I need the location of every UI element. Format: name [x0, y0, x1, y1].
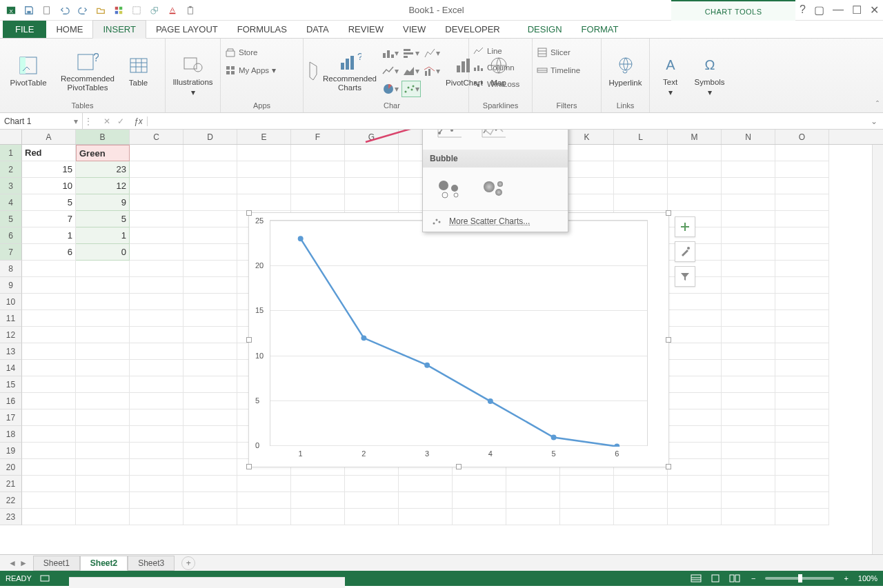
macro-record-icon[interactable] [40, 574, 50, 583]
cell[interactable] [291, 194, 345, 211]
cell[interactable] [775, 244, 829, 261]
row-header[interactable]: 7 [0, 244, 22, 261]
cell[interactable] [22, 261, 76, 277]
cell[interactable] [722, 376, 775, 393]
cell[interactable] [775, 476, 829, 492]
shape-icon[interactable] [146, 2, 163, 19]
cell[interactable] [345, 476, 399, 492]
cell[interactable] [22, 409, 76, 426]
cell[interactable] [775, 327, 829, 343]
cell[interactable] [22, 393, 76, 409]
cell[interactable] [722, 509, 775, 525]
line-chart-icon[interactable]: ▾ [381, 63, 400, 79]
cell[interactable] [668, 509, 722, 525]
row-header[interactable]: 18 [0, 426, 22, 443]
cell[interactable] [183, 492, 237, 509]
cell[interactable] [775, 161, 829, 178]
cell[interactable] [722, 327, 775, 343]
cell[interactable] [291, 509, 345, 525]
cell[interactable]: Red [22, 145, 76, 161]
cell[interactable] [775, 343, 829, 360]
cell[interactable] [22, 443, 76, 459]
excel-icon[interactable]: X [3, 2, 19, 19]
open-icon[interactable] [92, 2, 109, 19]
cell[interactable]: 6 [22, 244, 76, 261]
tab-formulas[interactable]: FORMULAS [228, 21, 297, 38]
cell[interactable] [453, 476, 506, 492]
more-scatter-charts-button[interactable]: More Scatter Charts... [423, 210, 568, 232]
row-header[interactable]: 10 [0, 294, 22, 310]
cell[interactable] [130, 492, 183, 509]
cell[interactable] [668, 492, 722, 509]
cell[interactable] [668, 443, 722, 459]
cell[interactable] [76, 443, 130, 459]
cell[interactable] [775, 492, 829, 509]
row-header[interactable]: 6 [0, 227, 22, 244]
cell[interactable] [668, 343, 722, 360]
row-header[interactable]: 2 [0, 161, 22, 178]
cell[interactable] [345, 492, 399, 509]
cell[interactable] [722, 294, 775, 310]
cell[interactable] [22, 376, 76, 393]
cell[interactable]: 15 [22, 161, 76, 178]
cell[interactable] [130, 360, 183, 376]
cell[interactable] [291, 145, 345, 161]
cell[interactable] [76, 409, 130, 426]
cell[interactable] [130, 211, 183, 227]
cancel-formula-icon[interactable]: ✕ [103, 116, 110, 126]
cell[interactable] [668, 393, 722, 409]
cell[interactable] [22, 310, 76, 327]
cell[interactable] [775, 360, 829, 376]
row-header[interactable]: 4 [0, 194, 22, 211]
cell[interactable] [130, 443, 183, 459]
cell[interactable] [237, 492, 291, 509]
scatter-chart-icon[interactable]: ▾ [401, 81, 421, 97]
sheet-tab[interactable]: Sheet1 [33, 556, 80, 571]
stock-chart-icon[interactable]: ▾ [422, 45, 442, 61]
cell[interactable] [183, 376, 237, 393]
cell[interactable] [775, 310, 829, 327]
cell[interactable] [183, 343, 237, 360]
cell[interactable] [614, 509, 668, 525]
myapps-button[interactable]: My Apps ▾ [225, 63, 276, 77]
cell[interactable] [130, 343, 183, 360]
row-header[interactable]: 21 [0, 476, 22, 492]
text-button[interactable]: A Text▾ [654, 53, 686, 97]
cell[interactable] [130, 294, 183, 310]
cell[interactable] [22, 492, 76, 509]
cell[interactable] [183, 161, 237, 178]
cell[interactable] [130, 244, 183, 261]
cell[interactable] [76, 277, 130, 294]
sheet-nav-prev-icon[interactable]: ◄ [8, 558, 17, 568]
cell[interactable] [775, 393, 829, 409]
cell[interactable] [130, 476, 183, 492]
border-icon[interactable] [128, 2, 145, 19]
undo-icon[interactable] [57, 2, 73, 19]
cell[interactable] [76, 327, 130, 343]
cell[interactable] [237, 178, 291, 194]
cell[interactable] [76, 310, 130, 327]
chart-elements-icon[interactable] [675, 216, 695, 237]
save-icon[interactable] [21, 2, 37, 19]
color-icon[interactable] [110, 2, 127, 19]
new-sheet-button[interactable]: + [181, 556, 195, 570]
cell[interactable] [722, 476, 775, 492]
cell[interactable] [130, 178, 183, 194]
cell[interactable] [291, 492, 345, 509]
cell[interactable] [76, 492, 130, 509]
cell[interactable]: 10 [22, 178, 76, 194]
tab-review[interactable]: REVIEW [339, 21, 393, 38]
tab-developer[interactable]: DEVELOPER [435, 21, 509, 38]
col-header[interactable]: O [775, 130, 829, 144]
cell[interactable] [722, 360, 775, 376]
cell[interactable] [506, 492, 560, 509]
cell[interactable] [722, 145, 775, 161]
select-all-corner[interactable] [0, 130, 22, 144]
cell[interactable] [775, 459, 829, 476]
ribbon-display-icon[interactable]: ▢ [814, 3, 824, 17]
cell[interactable] [775, 376, 829, 393]
zoom-slider[interactable] [765, 577, 834, 580]
cell[interactable] [399, 492, 453, 509]
pie-chart-icon[interactable]: ▾ [381, 81, 400, 97]
cell[interactable] [183, 211, 237, 227]
